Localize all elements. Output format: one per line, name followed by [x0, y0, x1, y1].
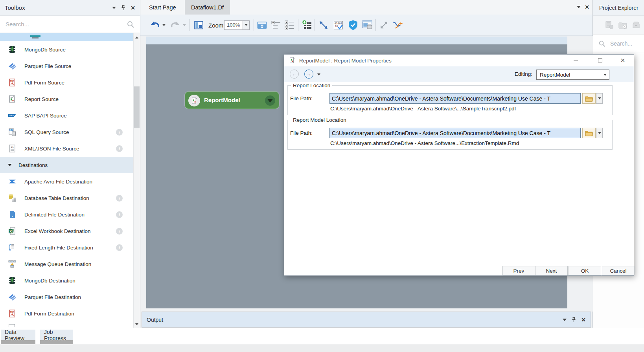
- undo-button[interactable]: [150, 21, 160, 29]
- output-pin-icon[interactable]: [572, 317, 576, 323]
- toolbox-item[interactable]: PDFPdf Form Destination: [0, 305, 134, 322]
- toolbox-item[interactable]: MongoDb Source: [0, 41, 134, 58]
- report-file-path-input[interactable]: C:\Users\maryam.ahmad\OneDrive - Astera …: [329, 93, 581, 104]
- toolbox-item[interactable]: Database Table Destinationi: [0, 190, 134, 206]
- toolbox-item[interactable]: XExcel Workbook Destinationi: [0, 223, 134, 239]
- toolbox-item[interactable]: Report Source: [0, 91, 134, 107]
- toolbox-item[interactable]: SQLSQL Query Sourcei: [0, 124, 134, 140]
- toolbox-search-input[interactable]: [6, 21, 127, 28]
- forward-button[interactable]: →: [304, 70, 313, 79]
- toolbox-item[interactable]: Apache Avro File Destination: [0, 173, 134, 190]
- reroute-links-icon[interactable]: [392, 20, 404, 30]
- collapse-tree-icon[interactable]: [271, 20, 281, 30]
- reportmodel-node[interactable]: ReportModel: [185, 92, 279, 109]
- output-menu-icon[interactable]: [563, 319, 567, 321]
- scrollbar-thumb[interactable]: [134, 86, 140, 128]
- cancel-button[interactable]: Cancel: [602, 266, 635, 275]
- info-icon[interactable]: i: [116, 244, 123, 251]
- toolbox-item-label: Fixed Length File Destination: [24, 245, 93, 251]
- toolbox-item[interactable]: PDFPdf Form Source: [0, 74, 134, 91]
- toolbox-item[interactable]: MongoDb Destination: [0, 272, 134, 289]
- pdf-icon: PDF: [8, 309, 17, 318]
- status-bar: [0, 345, 644, 352]
- resize-diagram-icon[interactable]: [379, 20, 389, 30]
- toolbox-item-label: SQL Query Source: [24, 129, 69, 135]
- browse-dropdown-icon[interactable]: [596, 93, 603, 104]
- redo-dropdown-icon[interactable]: [183, 24, 186, 26]
- model-file-path-input[interactable]: C:\Users\maryam.ahmad\OneDrive - Astera …: [329, 128, 581, 138]
- toolbox-item-label: Parquet File Destination: [24, 294, 81, 300]
- toolbox-item[interactable]: Parquet File Destination: [0, 289, 134, 305]
- close-tab-icon[interactable]: ✕: [585, 4, 589, 10]
- undo-dropdown-icon[interactable]: [162, 24, 166, 26]
- tab-job-progress[interactable]: Job Progress: [40, 330, 73, 340]
- expand-tree-icon[interactable]: [284, 20, 294, 30]
- panel-menu-icon[interactable]: [112, 7, 116, 9]
- add-table-icon[interactable]: [302, 20, 313, 30]
- toolbox-item[interactable]: SAPSAP BAPI Source: [0, 107, 134, 124]
- redo-button[interactable]: [170, 21, 180, 29]
- zoom-value-input[interactable]: 100%: [224, 20, 243, 30]
- node-expand-button[interactable]: [265, 95, 275, 106]
- scroll-down-icon[interactable]: [134, 321, 140, 327]
- prev-button[interactable]: Prev: [502, 266, 535, 275]
- verify-shield-icon[interactable]: [348, 20, 358, 30]
- delimited-icon: ,: [8, 210, 17, 219]
- toolbox-item-label: SAP BAPI Source: [24, 113, 67, 119]
- zoom-dropdown-icon[interactable]: [243, 20, 250, 30]
- excel-icon: X: [8, 227, 17, 235]
- minimize-icon[interactable]: [572, 57, 579, 64]
- dialog-titlebar[interactable]: ReportModel : Report Model Properties ✕: [284, 55, 634, 66]
- next-button[interactable]: Next: [535, 266, 568, 275]
- toolbox-panel: Toolbox ✕ MongoDb SourceParquet File Sou…: [0, 0, 140, 328]
- resolved-model-path: C:\Users\maryam.ahmad\OneDrive - Astera …: [330, 140, 519, 146]
- close-icon[interactable]: ✕: [131, 5, 135, 11]
- dataflow-toolbar: Zoom 100% 0100110: [140, 15, 592, 36]
- info-icon[interactable]: i: [116, 228, 123, 235]
- toolbox-scrollbar[interactable]: [133, 33, 140, 328]
- browse-folder-button[interactable]: [582, 93, 596, 104]
- tab-dataflow[interactable]: Dataflow1.Df: [185, 0, 230, 15]
- toolbox-section-destinations[interactable]: Destinations: [0, 157, 134, 173]
- add-item-icon[interactable]: [605, 20, 614, 30]
- report-model-icon: [188, 95, 200, 106]
- toolbox-item[interactable]: ,Delimited File Destinationi: [0, 206, 134, 223]
- project-explorer-search[interactable]: Search...: [593, 35, 644, 53]
- bottom-tab-band: Data Preview Job Progress: [0, 328, 644, 345]
- toolbox-item[interactable]: Fixed Length File Destinationi: [0, 239, 134, 256]
- browse-folder-button[interactable]: [582, 128, 596, 138]
- draw-link-icon[interactable]: [318, 20, 329, 30]
- search-placeholder: Search...: [610, 40, 632, 47]
- output-close-icon[interactable]: ✕: [581, 317, 586, 323]
- tab-list-icon[interactable]: [577, 6, 581, 8]
- expand-collapse-node-icon[interactable]: [257, 20, 267, 30]
- scroll-up-icon[interactable]: [134, 34, 140, 40]
- close-icon[interactable]: ✕: [620, 57, 626, 64]
- report-icon: [8, 95, 17, 103]
- toolbox-item-partial-selected[interactable]: [0, 33, 134, 41]
- tab-data-preview[interactable]: Data Preview: [1, 330, 35, 340]
- ok-button[interactable]: OK: [569, 266, 601, 275]
- job-window-icon[interactable]: [362, 20, 373, 30]
- toolbox-item-label: Delimited File Destination: [24, 212, 85, 218]
- pin-icon[interactable]: [121, 5, 125, 11]
- toolbox-item[interactable]: Parquet File Source: [0, 58, 134, 74]
- sql-icon: SQL: [8, 128, 17, 136]
- remove-folder-icon[interactable]: [618, 20, 627, 30]
- maximize-icon[interactable]: [597, 57, 603, 64]
- info-icon[interactable]: i: [116, 129, 123, 136]
- tab-start-page[interactable]: Start Page: [143, 0, 182, 15]
- overview-window-icon[interactable]: [194, 20, 204, 30]
- back-button[interactable]: ←: [290, 70, 299, 79]
- project-explorer-toolbar: [593, 16, 644, 35]
- editing-combobox[interactable]: ReportModel: [536, 70, 609, 80]
- info-icon[interactable]: i: [116, 145, 123, 152]
- preview-data-icon[interactable]: 0100110: [333, 20, 344, 30]
- toolbox-item[interactable]: Message Queue Destination: [0, 256, 134, 272]
- forward-dropdown-icon[interactable]: [317, 73, 320, 75]
- info-icon[interactable]: i: [116, 211, 123, 218]
- info-icon[interactable]: i: [116, 195, 123, 202]
- browse-dropdown-icon[interactable]: [596, 128, 603, 138]
- archive-icon[interactable]: [631, 20, 641, 30]
- toolbox-item[interactable]: <>XML/JSON File Sourcei: [0, 140, 134, 157]
